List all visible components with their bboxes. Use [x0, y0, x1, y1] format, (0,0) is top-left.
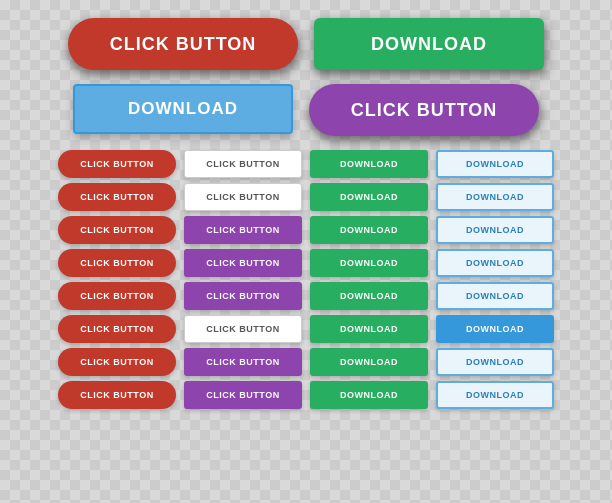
small-col-green-solid: DOWNLOAD DOWNLOAD DOWNLOAD DOWNLOAD DOWN… [310, 150, 428, 409]
small-green-btn-3[interactable]: DOWNLOAD [310, 216, 428, 244]
small-red-solid-btn-3[interactable]: CLICK BUTTON [58, 216, 176, 244]
small-green-btn-1[interactable]: DOWNLOAD [310, 150, 428, 178]
small-red-solid-btn-5[interactable]: CLICK BUTTON [58, 282, 176, 310]
small-blue-outline-btn-7[interactable]: DOWNLOAD [436, 348, 554, 376]
small-purple-solid-btn-7[interactable]: CLICK BUTTON [184, 348, 302, 376]
small-red-solid-btn-1[interactable]: CLICK BUTTON [58, 150, 176, 178]
large-row-1: CLICK BUTTON DOWNLOAD [20, 18, 592, 70]
small-purple-solid-btn-3[interactable]: CLICK BUTTON [184, 216, 302, 244]
large-row-2: DOWNLOAD CLICK BUTTON [20, 84, 592, 136]
small-blue-outline-btn-5[interactable]: DOWNLOAD [436, 282, 554, 310]
small-red-solid-btn-6[interactable]: CLICK BUTTON [58, 315, 176, 343]
small-purple-outline-btn-1[interactable]: CLICK BUTTON [184, 150, 302, 178]
small-blue-solid-btn-6[interactable]: DOWNLOAD [436, 315, 554, 343]
small-col-blue-outline: DOWNLOAD DOWNLOAD DOWNLOAD DOWNLOAD DOWN… [436, 150, 554, 409]
small-purple-solid-btn-4[interactable]: CLICK BUTTON [184, 249, 302, 277]
small-col-purple-outline: CLICK BUTTON CLICK BUTTON CLICK BUTTON C… [184, 150, 302, 409]
small-purple-solid-btn-5[interactable]: CLICK BUTTON [184, 282, 302, 310]
small-blue-outline-btn-4[interactable]: DOWNLOAD [436, 249, 554, 277]
small-green-btn-8[interactable]: DOWNLOAD [310, 381, 428, 409]
large-blue-rect-button[interactable]: DOWNLOAD [73, 84, 293, 134]
small-buttons-grid: CLICK BUTTON CLICK BUTTON CLICK BUTTON C… [20, 150, 592, 409]
large-red-pill-button[interactable]: CLICK BUTTON [68, 18, 298, 70]
small-blue-outline-btn-2[interactable]: DOWNLOAD [436, 183, 554, 211]
small-blue-outline-btn-8[interactable]: DOWNLOAD [436, 381, 554, 409]
small-green-btn-2[interactable]: DOWNLOAD [310, 183, 428, 211]
main-container: CLICK BUTTON DOWNLOAD DOWNLOAD CLICK BUT… [0, 0, 612, 503]
small-purple-outline-btn-6[interactable]: CLICK BUTTON [184, 315, 302, 343]
small-red-solid-btn-4[interactable]: CLICK BUTTON [58, 249, 176, 277]
large-purple-pill-button[interactable]: CLICK BUTTON [309, 84, 539, 136]
large-green-rect-button[interactable]: DOWNLOAD [314, 18, 544, 70]
small-blue-outline-btn-3[interactable]: DOWNLOAD [436, 216, 554, 244]
small-blue-outline-btn-1[interactable]: DOWNLOAD [436, 150, 554, 178]
small-col-red-solid: CLICK BUTTON CLICK BUTTON CLICK BUTTON C… [58, 150, 176, 409]
small-purple-outline-btn-2[interactable]: CLICK BUTTON [184, 183, 302, 211]
small-purple-solid-btn-8[interactable]: CLICK BUTTON [184, 381, 302, 409]
small-red-solid-btn-7[interactable]: CLICK BUTTON [58, 348, 176, 376]
small-green-btn-6[interactable]: DOWNLOAD [310, 315, 428, 343]
small-red-solid-btn-8[interactable]: CLICK BUTTON [58, 381, 176, 409]
small-red-solid-btn-2[interactable]: CLICK BUTTON [58, 183, 176, 211]
small-green-btn-7[interactable]: DOWNLOAD [310, 348, 428, 376]
small-green-btn-4[interactable]: DOWNLOAD [310, 249, 428, 277]
small-green-btn-5[interactable]: DOWNLOAD [310, 282, 428, 310]
